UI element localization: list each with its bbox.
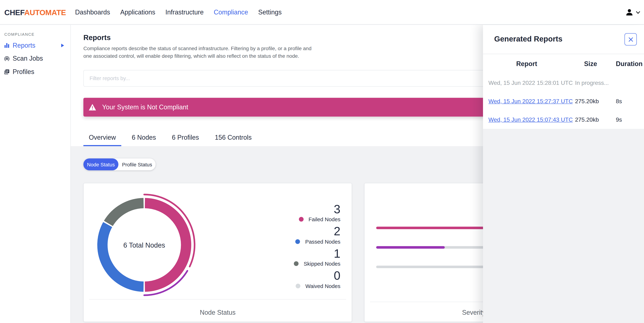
legend-entry-failed: 3 Failed Nodes <box>294 203 340 222</box>
panel-title: Generated Reports <box>494 35 562 43</box>
logo-chef: CHEF <box>4 8 24 16</box>
node-status-legend: 3 Failed Nodes 2 Passed Nodes 1 Skipped … <box>294 203 340 292</box>
logo-automate: AUTOMATE <box>24 8 66 16</box>
failed-label: Failed Nodes <box>308 216 340 222</box>
chevron-right-icon <box>61 44 64 48</box>
sidebar-section-label: COMPLIANCE <box>4 32 70 36</box>
failed-dot-icon <box>299 217 304 222</box>
sidebar-item-scan-jobs[interactable]: Scan Jobs <box>0 52 70 65</box>
chef-automate-app: CHEFAUTOMATE Dashboards Applications Inf… <box>0 0 644 323</box>
radar-icon <box>4 56 10 61</box>
sidebar-item-reports[interactable]: Reports <box>0 39 70 52</box>
passed-label: Passed Nodes <box>305 238 340 244</box>
generated-reports-header: Generated Reports <box>483 25 644 54</box>
table-row: Wed, 15 Jun 2022 15:27:37 UTC 275.20kb 8… <box>488 92 640 110</box>
profiles-icon <box>4 70 10 74</box>
page-description-line1: Compliance reports describe the status o… <box>84 46 312 51</box>
report-size: In progress... <box>575 80 616 86</box>
column-duration: Duration <box>616 60 642 68</box>
report-duration: 9s <box>616 116 640 123</box>
generated-reports-table: Report Size Duration Wed, 15 Jun 2022 15… <box>483 54 644 129</box>
sidebar-item-label: Reports <box>13 42 36 50</box>
tab-controls[interactable]: 156 Controls <box>209 130 257 146</box>
user-avatar-icon <box>626 9 633 16</box>
legend-entry-waived: 0 Waived Nodes <box>294 270 340 289</box>
primary-nav: Dashboards Applications Infrastructure C… <box>75 9 282 16</box>
sidebar: COMPLIANCE Reports Sc <box>0 25 71 323</box>
user-menu[interactable] <box>626 9 640 16</box>
report-timestamp: Wed, 15 Jun 2022 15:28:01 UTC <box>488 80 575 86</box>
passed-dot-icon <box>296 239 300 244</box>
nav-infrastructure[interactable]: Infrastructure <box>165 9 204 16</box>
donut-center-label: 6 Total Nodes <box>92 241 197 249</box>
generated-reports-content: Generated Reports Report Size Duration W… <box>483 25 644 129</box>
nav-dashboards[interactable]: Dashboards <box>75 9 110 16</box>
column-size: Size <box>575 60 616 68</box>
top-navigation: CHEFAUTOMATE Dashboards Applications Inf… <box>0 0 644 24</box>
sidebar-items: Reports Scan Jobs <box>0 39 70 78</box>
chevron-down-icon <box>636 11 640 14</box>
legend-entry-passed: 2 Passed Nodes <box>294 225 340 245</box>
page-description: Compliance reports describe the status o… <box>84 45 312 60</box>
nav-compliance[interactable]: Compliance <box>214 9 248 16</box>
profile-status-toggle[interactable]: Profile Status <box>118 158 156 170</box>
report-download-link[interactable]: Wed, 15 Jun 2022 15:27:37 UTC <box>488 98 573 104</box>
report-size: 275.20kb <box>575 98 616 104</box>
report-duration: 8s <box>616 98 640 104</box>
waived-dot-icon <box>296 284 300 288</box>
bar-chart-icon <box>4 43 10 48</box>
tab-nodes[interactable]: 6 Nodes <box>126 130 161 146</box>
page-title: Reports <box>84 34 111 42</box>
nav-settings[interactable]: Settings <box>258 9 282 16</box>
report-size: 275.20kb <box>575 116 616 123</box>
passed-count: 2 <box>294 225 340 238</box>
tab-profiles[interactable]: 6 Profiles <box>166 130 204 146</box>
skipped-dot-icon <box>294 261 299 266</box>
close-panel-button[interactable] <box>624 33 637 46</box>
waived-count: 0 <box>294 270 340 282</box>
sidebar-item-profiles[interactable]: Profiles <box>0 65 70 78</box>
skipped-count: 1 <box>294 248 340 260</box>
banner-text: Your System is Not Compliant <box>102 104 188 111</box>
table-header-row: Report Size Duration <box>488 54 640 74</box>
warning-icon <box>89 104 96 110</box>
sidebar-item-label: Profiles <box>13 68 34 76</box>
column-report: Report <box>488 60 575 68</box>
skipped-label: Skipped Nodes <box>304 260 340 267</box>
generated-reports-panel: Generated Reports Report Size Duration W… <box>483 25 644 323</box>
node-status-card-title: Node Status <box>84 306 352 320</box>
node-status-card: 6 Total Nodes 3 Failed Nodes 2 Passed No… <box>84 183 352 322</box>
waived-label: Waived Nodes <box>306 283 340 289</box>
sidebar-item-label: Scan Jobs <box>13 55 43 62</box>
table-row: Wed, 15 Jun 2022 15:07:43 UTC 275.20kb 9… <box>488 110 640 129</box>
table-row: Wed, 15 Jun 2022 15:28:01 UTC In progres… <box>488 74 640 92</box>
status-toggle: Node Status Profile Status <box>84 158 156 170</box>
failed-count: 3 <box>294 203 340 215</box>
legend-entry-skipped: 1 Skipped Nodes <box>294 248 340 267</box>
nav-applications[interactable]: Applications <box>120 9 155 16</box>
page-description-line2: one associated control, will enable deep… <box>84 53 299 59</box>
node-status-toggle[interactable]: Node Status <box>84 158 118 170</box>
report-download-link[interactable]: Wed, 15 Jun 2022 15:07:43 UTC <box>488 116 573 122</box>
report-tabs: Overview 6 Nodes 6 Profiles 156 Controls <box>84 130 257 146</box>
tab-overview[interactable]: Overview <box>84 130 121 146</box>
card-divider <box>89 299 346 299</box>
chef-automate-logo[interactable]: CHEFAUTOMATE <box>4 8 71 17</box>
close-icon <box>628 37 633 42</box>
